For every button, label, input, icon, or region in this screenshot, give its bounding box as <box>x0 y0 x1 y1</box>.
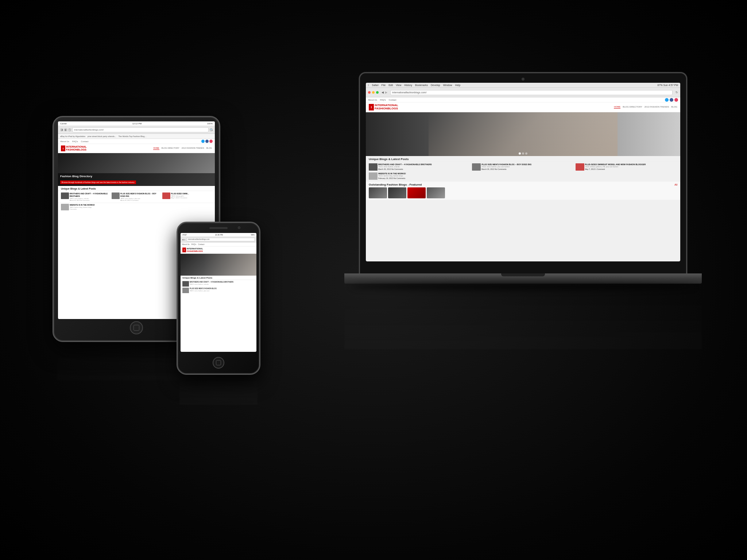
post-text-2: PLUS SIZE MEN'S FASHION BLOG – BOY DOES … <box>481 163 531 170</box>
reload-button[interactable]: ↻ <box>676 91 678 94</box>
nav-home[interactable]: HOME <box>614 106 620 109</box>
slider-dot-2[interactable] <box>522 152 524 155</box>
post-date-1: March 26, 2013 No Comments <box>378 168 432 171</box>
post-item-3: PLUS-SIZED SWIMSUIT MODEL AND MOM FASHIO… <box>576 163 677 171</box>
phone-hero <box>181 254 256 276</box>
edit-menu: Edit <box>388 84 393 86</box>
tablet-posts-grid: BROTHERS AND CRAFT – 4 FASHIONABLE BROTH… <box>58 191 215 203</box>
tablet-back[interactable]: ◀ <box>60 128 63 131</box>
phone-post-2: PLUS SIZE MEN'S FASHION BLOG TAGS: mens … <box>182 288 255 293</box>
logo-text: INTERNATIONAL FASHIONBLOGS <box>375 104 398 110</box>
tablet-hero-overlay: Fashion Blog Directory Browse through hu… <box>58 173 215 186</box>
history-menu: History <box>404 84 412 86</box>
tablet-nav-trends[interactable]: 2013 FASHION TRENDS <box>182 147 204 150</box>
laptop-shadow <box>352 283 694 290</box>
post-item-2: PLUS SIZE MEN'S FASHION BLOG – BOY DOES … <box>472 163 574 171</box>
tablet-social-icons <box>201 140 213 143</box>
phone-contact-link[interactable]: Contact <box>198 243 204 245</box>
help-menu: Help <box>455 84 460 86</box>
tablet-forward[interactable]: ▶ <box>64 128 67 131</box>
nav-blog[interactable]: BLOG <box>671 106 677 109</box>
laptop-screen-outer:  Safari File Edit View History Bookmark… <box>359 72 687 276</box>
phone-post-thumb-2 <box>182 288 189 293</box>
browser-toolbar: ◀ ▶ internationalfashionblogs.com/ ↻ <box>366 88 680 97</box>
hero-figure <box>429 112 617 156</box>
tablet-about-link[interactable]: About Us <box>60 140 69 143</box>
tablet-post-thumb-1 <box>61 192 69 199</box>
close-button[interactable] <box>368 91 371 94</box>
featured-item-1[interactable] <box>369 187 387 198</box>
phone-reflection <box>179 376 258 405</box>
contact-link[interactable]: Contact <box>389 99 396 101</box>
tablet-bookmarks-bar: eBay for iPad by Algoobidoo pine street … <box>58 134 215 139</box>
bookmark-3[interactable]: The Worlds Top Fashion Blog... <box>118 135 146 137</box>
bookmark-2[interactable]: pine street block party orlando... <box>88 135 116 137</box>
tablet-main-nav: HOME BLOG DIRECTORY 2013 FASHION TRENDS … <box>153 147 212 150</box>
phone-url-bar[interactable]: internationalfashionblogs.com <box>186 238 255 241</box>
tablet-faq-link[interactable]: FAQ's <box>72 140 78 143</box>
about-link[interactable]: About Us <box>368 99 377 101</box>
phone-faq-link[interactable]: FAQ's <box>191 243 196 245</box>
tablet-nav-home[interactable]: HOME <box>153 147 159 150</box>
featured-item-4[interactable] <box>427 187 445 198</box>
phone-post-text-1: BROTHERS AND CRAFT – 4 FASHIONABLE BROTH… <box>190 281 233 287</box>
forward-button[interactable]: ▶ <box>385 91 387 94</box>
phone-status-bar: AT&T 10:36 PM 56% <box>181 233 256 237</box>
tablet-instagram-icon <box>209 140 213 143</box>
safari-menubar:  Safari File Edit View History Bookmark… <box>366 83 680 88</box>
nav-fashion-trends[interactable]: 2013 FASHION TRENDS <box>645 106 669 109</box>
scene:  Safari File Edit View History Bookmark… <box>45 43 702 517</box>
tablet-contact-link[interactable]: Contact <box>81 140 89 143</box>
phone-back[interactable]: ◀ <box>182 238 183 241</box>
bookmark-1[interactable]: eBay for iPad by Algoobidoo <box>60 135 85 137</box>
phone-about-link[interactable]: About Us <box>182 243 190 245</box>
nav-blog-directory[interactable]: BLOG DIRECTORY <box>623 106 642 109</box>
laptop-reflection <box>344 291 702 349</box>
post-text-works: WEBSITE IS IN THE WORKS! TAGS: fashion b… <box>378 172 406 179</box>
post-text-3: PLUS-SIZED SWIMSUIT MODEL AND MOM FASHIO… <box>585 163 646 170</box>
phone-body: AT&T 10:36 PM 56% ◀ ▶ internationalfashi… <box>177 222 260 375</box>
featured-all-link[interactable]: All <box>674 183 677 186</box>
file-menu: File <box>382 84 386 86</box>
phone-camera-dot <box>238 226 240 229</box>
tablet-url-bar[interactable]: internationalfashionblogs.com/ <box>72 127 209 132</box>
phone-carrier: AT&T <box>182 234 187 236</box>
tablet-post-thumb-works <box>61 204 69 210</box>
maximize-button[interactable] <box>376 91 379 94</box>
featured-section: Outstanding Fashion Blogs - Featured All <box>366 181 680 200</box>
tablet-nav-blog[interactable]: BLOG <box>206 147 212 150</box>
tablet-post-2: PLUS SIZE MEN'S FASHION BLOG – BOY DOES … <box>112 192 161 201</box>
unique-blogs-title: Unique Blogs & Latest Posts <box>366 156 680 162</box>
featured-item-2[interactable] <box>388 187 406 198</box>
back-button[interactable]: ◀ <box>382 91 384 94</box>
post-item-1: BROTHERS AND CRAFT – 4 FASHIONABLE BROTH… <box>369 163 471 171</box>
phone-forward[interactable]: ▶ <box>184 238 186 241</box>
phone-url-text: internationalfashionblogs.com <box>188 238 210 240</box>
tablet-logo-text: INTERNATIONAL FASHIONBLOGS <box>66 145 87 151</box>
tablet-website-nav: About Us FAQ's Contact <box>58 139 215 144</box>
post-thumb-3 <box>576 163 584 171</box>
faq-link[interactable]: FAQ's <box>380 99 386 101</box>
url-bar[interactable]: internationalfashionblogs.com/ <box>390 90 673 95</box>
tablet-logo: I INTERNATIONAL FASHIONBLOGS <box>61 145 87 151</box>
tablet-search[interactable]: 🔍 <box>210 128 213 131</box>
tablet-nav-dir[interactable]: BLOG DIRECTORY <box>162 147 179 150</box>
tablet-carrier: Carrier <box>60 122 67 125</box>
slider-dot-1[interactable] <box>519 152 521 155</box>
minimize-button[interactable] <box>372 91 375 94</box>
phone-home-button[interactable] <box>213 357 224 369</box>
phone-hero-overlay <box>181 254 256 276</box>
tablet-home-button[interactable] <box>130 321 143 334</box>
laptop-browser:  Safari File Edit View History Bookmark… <box>366 83 680 261</box>
tablet-post-text-3: PLUS-SIZED SWIM... TAGS: brittany gibb..… <box>171 192 189 199</box>
slider-dot-3[interactable] <box>525 152 527 155</box>
phone-device: AT&T 10:36 PM 56% ◀ ▶ internationalfashi… <box>177 222 260 375</box>
slider-dots <box>519 152 527 155</box>
main-nav: HOME BLOG DIRECTORY 2013 FASHION TRENDS … <box>614 106 677 109</box>
tablet-post-text-2: PLUS SIZE MEN'S FASHION BLOG – BOY DOES … <box>120 192 161 201</box>
featured-item-3[interactable] <box>407 187 426 198</box>
tablet-post-works: WEBSITE IS IN THE WORKS! TAGS: fashion b… <box>61 204 212 210</box>
tablet-reload[interactable]: ↻ <box>68 128 71 131</box>
instagram-icon <box>674 98 678 102</box>
phone-browser: AT&T 10:36 PM 56% ◀ ▶ internationalfashi… <box>181 233 256 352</box>
